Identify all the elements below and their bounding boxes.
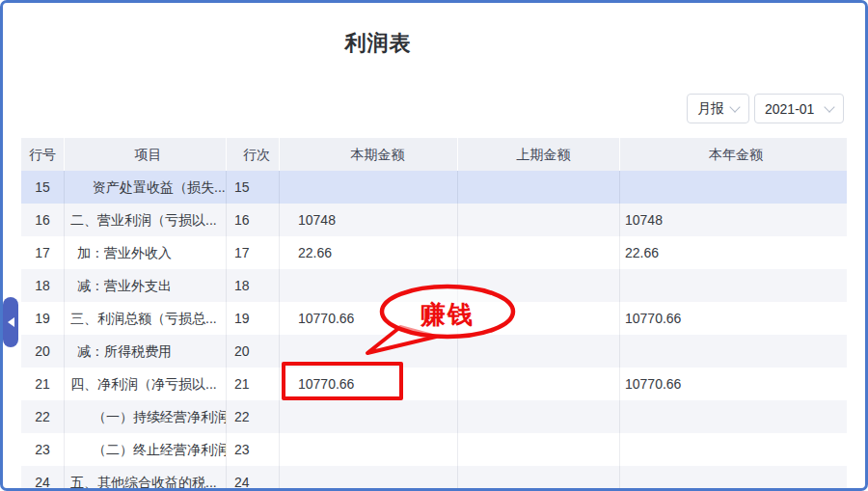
cell-year: 10770.66 bbox=[620, 302, 847, 335]
cell-line_no: 15 bbox=[227, 171, 280, 204]
cell-year: 22.66 bbox=[620, 236, 847, 269]
cell-row_no: 17 bbox=[21, 236, 65, 269]
cell-line_no: 19 bbox=[227, 302, 280, 335]
cell-item: 四、净利润（净亏损以... bbox=[65, 368, 227, 400]
cell-prior bbox=[458, 204, 620, 236]
table-row[interactable]: 23（二）终止经营净利润...23 bbox=[21, 433, 847, 466]
cell-item: 二、营业利润（亏损以... bbox=[65, 204, 227, 236]
table-row[interactable]: 20减：所得税费用20 bbox=[21, 335, 847, 368]
cell-row_no: 16 bbox=[21, 204, 65, 236]
cell-prior bbox=[458, 433, 620, 466]
cell-year bbox=[620, 171, 847, 204]
cell-line_no: 18 bbox=[227, 269, 280, 302]
table-row[interactable]: 24五、其他综合收益的税...24 bbox=[21, 466, 847, 491]
header-year: 本年金额 bbox=[620, 138, 847, 171]
cell-line_no: 20 bbox=[227, 335, 280, 368]
cell-row_no: 21 bbox=[21, 368, 65, 400]
chevron-down-icon bbox=[729, 101, 740, 112]
cell-prior bbox=[458, 269, 620, 302]
cell-current bbox=[280, 335, 458, 368]
table-row[interactable]: 15资产处置收益（损失...15 bbox=[21, 171, 847, 204]
cell-row_no: 20 bbox=[21, 335, 65, 368]
table-header: 行号 项目 行次 本期金额 上期金额 本年金额 bbox=[21, 138, 847, 171]
cell-row_no: 24 bbox=[21, 466, 65, 491]
chevron-down-icon bbox=[824, 101, 834, 112]
cell-prior bbox=[458, 171, 620, 204]
cell-line_no: 24 bbox=[227, 466, 280, 491]
cell-current bbox=[280, 400, 458, 433]
cell-row_no: 23 bbox=[21, 433, 65, 466]
period-value: 2021-01 bbox=[765, 101, 814, 117]
header-line-no: 行次 bbox=[227, 138, 280, 171]
app-window: 利润表 月报 2021-01 行号 项目 行次 本期金额 上期金额 本年金额 1… bbox=[0, 0, 868, 491]
cell-current bbox=[280, 269, 458, 302]
cell-year: 10770.66 bbox=[620, 368, 847, 400]
cell-item: 三、利润总额（亏损总... bbox=[65, 302, 227, 335]
cell-current bbox=[280, 433, 458, 466]
cell-year bbox=[620, 335, 847, 368]
header-item: 项目 bbox=[65, 138, 227, 171]
cell-current: 10748 bbox=[280, 204, 458, 236]
table-row[interactable]: 17加：营业外收入1722.6622.66 bbox=[21, 236, 847, 269]
cell-line_no: 21 bbox=[227, 368, 280, 400]
cell-item: 五、其他综合收益的税... bbox=[65, 466, 227, 491]
sidebar-collapse-handle[interactable] bbox=[3, 297, 18, 347]
cell-prior bbox=[458, 335, 620, 368]
cell-prior bbox=[458, 466, 620, 491]
cell-current: 10770.66 bbox=[280, 368, 458, 400]
table-row[interactable]: 22（一）持续经营净利润...22 bbox=[21, 400, 847, 433]
cell-line_no: 22 bbox=[227, 400, 280, 433]
chevron-left-icon bbox=[8, 317, 14, 327]
header-row-no: 行号 bbox=[21, 138, 65, 171]
header-current: 本期金额 bbox=[280, 138, 458, 171]
report-type-select[interactable]: 月报 bbox=[687, 94, 749, 123]
cell-item: （一）持续经营净利润... bbox=[65, 400, 227, 433]
cell-row_no: 18 bbox=[21, 269, 65, 302]
table-row[interactable]: 19三、利润总额（亏损总...1910770.6610770.66 bbox=[21, 302, 847, 335]
page-title: 利润表 bbox=[282, 29, 475, 58]
cell-year bbox=[620, 269, 847, 302]
cell-item: （二）终止经营净利润... bbox=[65, 433, 227, 466]
cell-year bbox=[620, 466, 847, 491]
cell-current: 10770.66 bbox=[280, 302, 458, 335]
cell-line_no: 16 bbox=[227, 204, 280, 236]
cell-item: 资产处置收益（损失... bbox=[65, 171, 227, 204]
cell-year: 10748 bbox=[620, 204, 847, 236]
cell-year bbox=[620, 400, 847, 433]
cell-current: 22.66 bbox=[280, 236, 458, 269]
cell-prior bbox=[458, 400, 620, 433]
table-row[interactable]: 21四、净利润（净亏损以...2110770.6610770.66 bbox=[21, 368, 847, 400]
table-row[interactable]: 18减：营业外支出18 bbox=[21, 269, 847, 302]
cell-current bbox=[280, 466, 458, 491]
header-prior: 上期金额 bbox=[458, 138, 620, 171]
cell-line_no: 17 bbox=[227, 236, 280, 269]
profit-statement-table: 行号 项目 行次 本期金额 上期金额 本年金额 15资产处置收益（损失...15… bbox=[21, 138, 847, 488]
period-select[interactable]: 2021-01 bbox=[754, 94, 844, 123]
cell-item: 减：营业外支出 bbox=[65, 269, 227, 302]
cell-prior bbox=[458, 368, 620, 400]
cell-current bbox=[280, 171, 458, 204]
cell-year bbox=[620, 433, 847, 466]
cell-prior bbox=[458, 236, 620, 269]
table-row[interactable]: 16二、营业利润（亏损以...161074810748 bbox=[21, 204, 847, 236]
cell-row_no: 15 bbox=[21, 171, 65, 204]
cell-row_no: 22 bbox=[21, 400, 65, 433]
table-body: 15资产处置收益（损失...1516二、营业利润（亏损以...161074810… bbox=[21, 171, 847, 491]
report-type-value: 月报 bbox=[697, 100, 724, 118]
cell-prior bbox=[458, 302, 620, 335]
cell-line_no: 23 bbox=[227, 433, 280, 466]
cell-item: 减：所得税费用 bbox=[65, 335, 227, 368]
cell-item: 加：营业外收入 bbox=[65, 236, 227, 269]
cell-row_no: 19 bbox=[21, 302, 65, 335]
